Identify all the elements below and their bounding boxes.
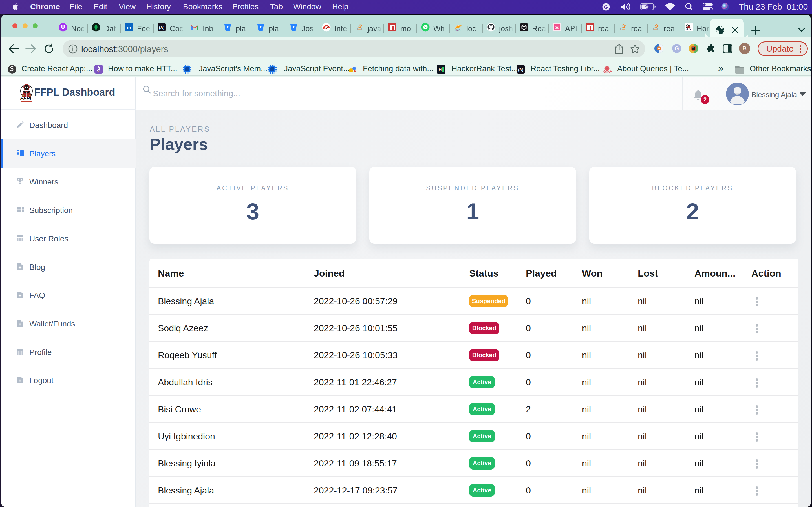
svg-text:B: B: [743, 45, 747, 52]
svg-text:(A): (A): [159, 25, 164, 30]
svg-text:in: in: [127, 25, 131, 31]
svg-text:PMA: PMA: [455, 29, 461, 31]
svg-text:G: G: [604, 4, 608, 10]
svg-text:G: G: [674, 45, 679, 52]
svg-text:FFPL: FFPL: [20, 96, 33, 101]
svg-text:(A): (A): [518, 68, 523, 72]
svg-text:S: S: [555, 25, 559, 31]
svg-text:FFPL: FFPL: [686, 28, 692, 31]
svg-text:H: H: [439, 67, 442, 72]
